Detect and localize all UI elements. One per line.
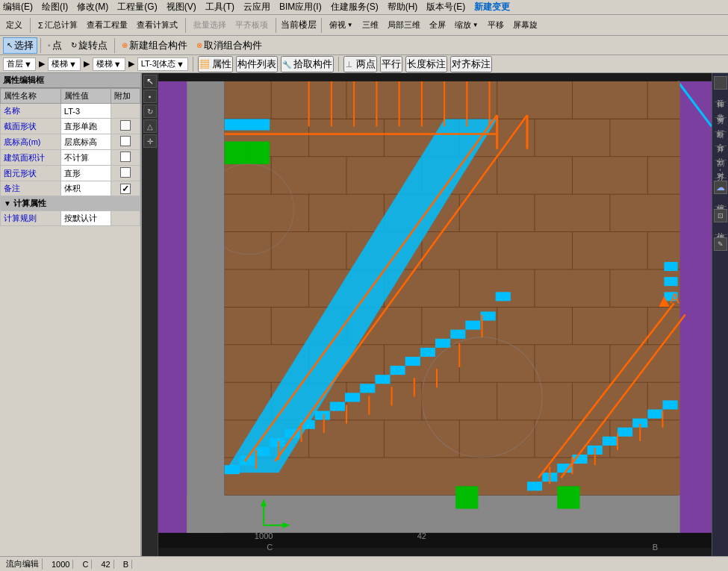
svg-rect-133 (247, 142, 270, 164)
rt-label-break[interactable]: 打断 (715, 120, 726, 129)
rt-btn-edit[interactable]: ✎ (714, 237, 727, 251)
btn-fullscreen[interactable]: 全屏 (426, 18, 449, 32)
nav-floor-select[interactable]: 首层 ▼ (3, 57, 36, 71)
btn-length-mark[interactable]: 长度标注 (405, 56, 447, 72)
btn-rotate-point[interactable]: ↻ 旋转点 (67, 37, 111, 54)
menu-newchange[interactable]: 新建变更 (474, 1, 510, 13)
sep6 (114, 38, 115, 53)
toolbar-row1: 定义 Σ 汇总计算 查看工程量 查看计算式 批量选择 平齐板项 当前楼层 俯视 … (0, 15, 728, 36)
btn-cancel-combined[interactable]: ⊗ 取消组合构件 (193, 37, 266, 54)
sep8 (338, 57, 339, 72)
nav-element-type2[interactable]: 楼梯 ▼ (93, 57, 125, 71)
menu-quantity[interactable]: 工程量(G) (117, 1, 157, 13)
btn-total[interactable]: Σ 汇总计算 (35, 18, 81, 32)
svg-rect-89 (465, 321, 480, 330)
nav-element-type1[interactable]: 楼梯 ▼ (48, 57, 81, 71)
section-calc[interactable]: ▼ 计算属性 (1, 196, 140, 211)
btn-point[interactable]: ▪ 点 (44, 37, 66, 54)
prop-value-section[interactable]: 直形单跑 (60, 119, 111, 134)
rt-sep8 (715, 234, 727, 235)
btn-define[interactable]: 定义 (3, 18, 25, 32)
svg-text:42: 42 (417, 531, 426, 540)
rt-btn-resize[interactable]: ⊡ (714, 209, 727, 222)
nav-element-name[interactable]: LT-3[体态 ▼ (137, 57, 188, 71)
svg-rect-104 (664, 277, 677, 286)
btn-properties[interactable]: ▦ 属性 (198, 56, 233, 72)
btn-top-view[interactable]: 俯视 ▼ (326, 18, 356, 32)
prop-value-area[interactable]: 不计算 (60, 150, 111, 166)
rt-label-notrim[interactable]: 非修剪 (715, 104, 726, 115)
rt-sep6 (715, 178, 727, 178)
btn-flush[interactable]: 平齐板项 (232, 18, 271, 32)
svg-text:C: C (267, 543, 273, 552)
lt-scale[interactable]: △ (143, 119, 157, 133)
lt-rotate[interactable]: ↻ (143, 104, 157, 118)
prop-check-area[interactable] (111, 150, 140, 166)
rt-label-align[interactable]: 对齐- (715, 163, 726, 175)
btn-pan[interactable]: 平移 (485, 18, 507, 32)
checkbox-shape[interactable] (120, 167, 131, 178)
rt-label-offset[interactable]: 偏移 (715, 195, 726, 204)
lt-select[interactable]: ↖ (143, 75, 157, 88)
btn-align-mark[interactable]: 对齐标注 (450, 56, 492, 72)
rt-label-merge[interactable]: 合并 (715, 134, 726, 143)
rt-label-extend[interactable]: 延伸 (715, 90, 726, 99)
svg-rect-91 (496, 292, 511, 301)
btn-select[interactable]: ↖ 选择 (3, 37, 37, 54)
btn-new-combined[interactable]: ⊕ 新建组合构件 (118, 37, 191, 54)
rt-btn-0 (714, 76, 727, 90)
svg-rect-101 (662, 400, 677, 409)
prop-value-shape[interactable]: 直形 (60, 166, 111, 181)
prop-value-calcrule[interactable]: 按默认计 (60, 211, 111, 226)
prop-value-name[interactable]: LT-3 (60, 104, 111, 119)
menu-view[interactable]: 视图(V) (167, 1, 196, 13)
prop-check-shape[interactable] (111, 166, 140, 181)
checkbox-area[interactable] (120, 152, 131, 162)
menu-version[interactable]: 版本号(E) (426, 1, 465, 13)
rt-btn-cloud[interactable]: ☁ (714, 181, 727, 194)
svg-rect-80 (330, 402, 345, 411)
prop-value-elev[interactable]: 层底标高 (60, 134, 111, 150)
checkbox-section[interactable] (120, 120, 131, 131)
prop-check-section[interactable] (111, 119, 140, 134)
svg-rect-87 (435, 339, 450, 348)
menu-bim[interactable]: BIM应用(I) (279, 1, 322, 13)
btn-3d[interactable]: 三维 (359, 18, 382, 32)
checkbox-elev[interactable] (120, 136, 131, 146)
rt-label-split[interactable]: 分割 (715, 149, 726, 157)
btn-local-3d[interactable]: 局部三维 (385, 18, 423, 32)
btn-rotate-screen[interactable]: 屏幕旋 (510, 18, 541, 32)
menu-cloud[interactable]: 云应用 (243, 1, 270, 13)
status-coord: 1000 (49, 560, 73, 569)
btn-component-list[interactable]: 构件列表 (236, 56, 278, 72)
menu-housing[interactable]: 住建服务(S) (331, 1, 379, 13)
menu-tools[interactable]: 工具(T) (205, 1, 234, 13)
btn-view-qty[interactable]: 查看工程量 (84, 18, 131, 32)
svg-rect-97 (603, 437, 617, 446)
btn-pick-component[interactable]: 🔧 拾取构件 (281, 56, 335, 72)
btn-two-point[interactable]: ⊥ 两点 (343, 56, 377, 72)
menu-modify[interactable]: 修改(M) (77, 1, 108, 13)
svg-rect-82 (360, 384, 375, 393)
table-row: 底标高(m) 层底标高 (1, 134, 140, 150)
menu-draw[interactable]: 绘图(I) (42, 1, 68, 13)
prop-check-note[interactable]: ✓ (111, 181, 140, 196)
btn-zoom[interactable]: 缩放 ▼ (452, 18, 482, 32)
rt-label-stretch[interactable]: 拉伸 (715, 223, 726, 232)
col-header-value: 属性值 (60, 89, 111, 104)
sep7 (193, 57, 193, 72)
svg-rect-134 (455, 486, 478, 508)
prop-value-note[interactable]: 体积 (60, 181, 111, 196)
lt-move[interactable]: ✛ (143, 134, 157, 148)
btn-batch-select[interactable]: 批量选择 (190, 18, 229, 32)
svg-rect-81 (345, 393, 360, 402)
checkbox-note[interactable]: ✓ (120, 184, 131, 194)
canvas-area[interactable]: ▲ A 1000 42 C B (158, 73, 712, 556)
btn-parallel[interactable]: 平行 (380, 56, 402, 72)
lt-point[interactable]: ▪ (143, 90, 157, 103)
svg-rect-83 (375, 375, 390, 384)
menu-help[interactable]: 帮助(H) (388, 1, 418, 13)
menu-edit[interactable]: 编辑(E) (3, 1, 33, 13)
btn-view-calc[interactable]: 查看计算式 (134, 18, 181, 32)
prop-check-elev[interactable] (111, 134, 140, 150)
